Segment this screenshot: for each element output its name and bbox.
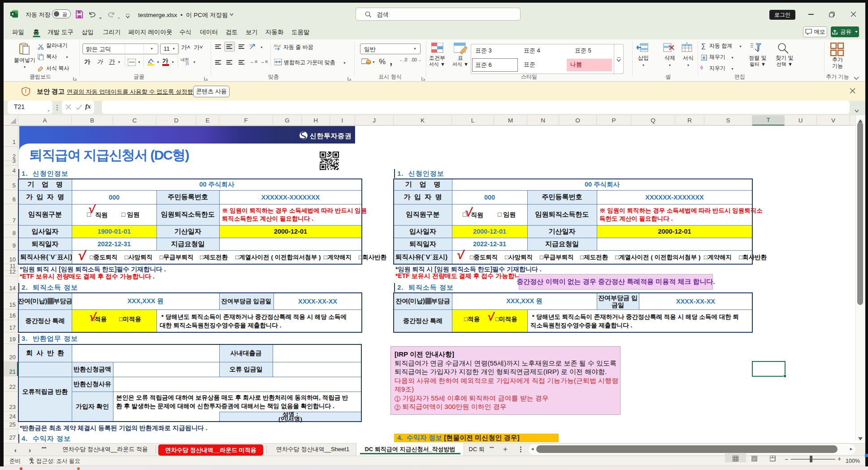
svg-text:!: ! xyxy=(25,88,27,95)
svg-text:가: 가 xyxy=(249,44,252,47)
svg-text:가나: 가나 xyxy=(273,44,281,48)
svg-text:x: x xyxy=(12,12,14,16)
svg-text:신한투자증권: 신한투자증권 xyxy=(310,132,352,139)
